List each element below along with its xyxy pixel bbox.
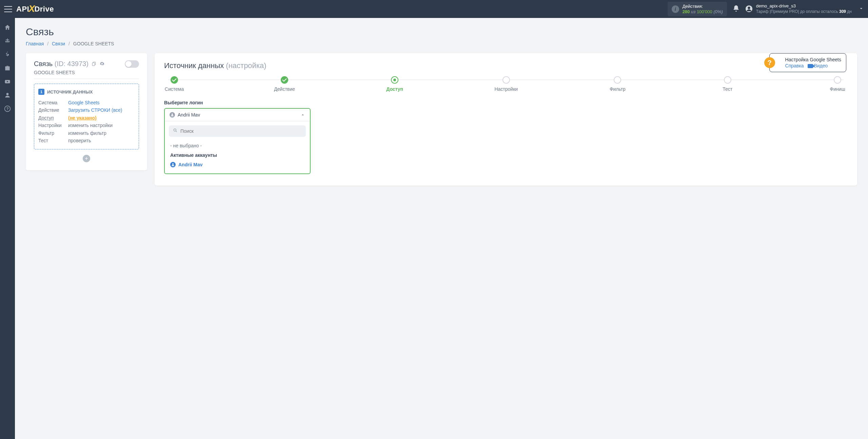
- step-Настройки[interactable]: Настройки: [494, 76, 518, 92]
- row-key: Доступ: [38, 114, 68, 122]
- data-source-header: ИСТОЧНИК ДАННЫХ: [47, 89, 93, 95]
- help-panel: ? Настройка Google Sheets Справка Видео: [769, 53, 846, 72]
- notifications-icon[interactable]: [732, 5, 740, 14]
- row-value[interactable]: проверить: [68, 137, 91, 144]
- user-menu[interactable]: demo_apix-drive_s3 Тариф |Премиум PRO| д…: [745, 3, 852, 14]
- actions-counter[interactable]: i Действия: 280 из 100'000 (0%): [668, 2, 727, 16]
- svg-point-1: [748, 7, 750, 9]
- step-label: Доступ: [386, 86, 403, 92]
- help-question-icon: ?: [764, 57, 775, 68]
- step-number-badge: 1: [38, 89, 44, 95]
- step-Тест[interactable]: Тест: [717, 76, 738, 92]
- svg-point-3: [6, 93, 9, 95]
- step-label: Тест: [723, 86, 732, 92]
- source-row: Тестпроверить: [38, 137, 135, 144]
- step-label: Фильтр: [610, 86, 626, 92]
- step-Система[interactable]: Система: [164, 76, 184, 92]
- config-title: Источник данных (настройка): [164, 61, 848, 70]
- help-reference-link[interactable]: Справка: [785, 63, 804, 68]
- source-row: СистемаGoogle Sheets: [38, 99, 135, 106]
- login-dropdown[interactable]: Andrii Mav - не выбрано - Активные аккау…: [164, 108, 311, 174]
- svg-line-10: [176, 131, 177, 132]
- step-Действие[interactable]: Действие: [274, 76, 295, 92]
- dropdown-option-account[interactable]: Andrii Mav: [169, 160, 306, 169]
- row-value[interactable]: (не указано): [68, 114, 97, 122]
- dropdown-selected-value: Andrii Mav: [178, 112, 200, 118]
- step-label: Настройки: [494, 86, 518, 92]
- login-field-label: Выберите логин: [164, 100, 848, 105]
- data-source-box: 1 ИСТОЧНИК ДАННЫХ СистемаGoogle SheetsДе…: [34, 84, 139, 149]
- step-dot: [391, 76, 398, 84]
- menu-toggle-icon[interactable]: [4, 6, 12, 12]
- actions-label: Действия:: [683, 4, 723, 9]
- step-Фильтр[interactable]: Фильтр: [607, 76, 628, 92]
- connection-subtitle: GOOGLE SHEETS: [34, 70, 139, 79]
- help-icon[interactable]: ?: [0, 102, 15, 116]
- svg-point-8: [172, 113, 173, 115]
- video-icon: [808, 64, 813, 68]
- copy-icon[interactable]: [92, 60, 98, 67]
- dropdown-group-label: Активные аккаунты: [169, 150, 306, 160]
- home-icon[interactable]: [0, 21, 15, 34]
- svg-point-11: [172, 163, 174, 165]
- step-dot: [614, 76, 621, 84]
- row-value[interactable]: Загрузить СТРОКИ (все): [68, 106, 122, 114]
- wizard-stepper: СистемаДействиеДоступНастройкиФильтрТест…: [164, 76, 848, 92]
- briefcase-icon[interactable]: [0, 61, 15, 75]
- dropdown-option-none[interactable]: - не выбрано -: [169, 141, 306, 150]
- help-video-link[interactable]: Видео: [808, 63, 828, 68]
- step-label: Система: [165, 86, 184, 92]
- logo-text-b: Drive: [34, 5, 54, 14]
- info-icon: i: [672, 5, 679, 13]
- logo-x-icon: X: [28, 3, 35, 14]
- step-Доступ[interactable]: Доступ: [384, 76, 405, 92]
- row-value[interactable]: изменить настройки: [68, 122, 113, 129]
- crumb-home[interactable]: Главная: [26, 41, 44, 46]
- dropdown-search[interactable]: [169, 125, 306, 137]
- tariff-line: Тариф |Премиум PRO| до оплаты осталось 3…: [756, 9, 852, 15]
- step-dot: [502, 76, 510, 84]
- svg-text:?: ?: [6, 107, 9, 111]
- search-icon: [173, 128, 178, 134]
- help-title: Настройка Google Sheets: [785, 57, 841, 62]
- step-dot: [281, 76, 288, 84]
- svg-rect-7: [93, 63, 95, 66]
- page-title: Связь: [26, 26, 857, 38]
- dropdown-body: - не выбрано - Активные аккаунты Andrii …: [165, 121, 310, 173]
- step-label: Действие: [274, 86, 295, 92]
- connection-toggle[interactable]: [125, 60, 139, 68]
- step-label: Финиш: [830, 86, 845, 92]
- chevron-down-icon[interactable]: [859, 6, 864, 13]
- connection-title: Связь (ID: 43973): [34, 60, 104, 68]
- crumb-current: GOOGLE SHEETS: [73, 41, 114, 46]
- username: demo_apix-drive_s3: [756, 3, 852, 9]
- row-key: Система: [38, 99, 68, 106]
- youtube-icon[interactable]: [0, 75, 15, 88]
- user-icon[interactable]: [0, 88, 15, 102]
- dollar-icon[interactable]: [0, 48, 15, 61]
- person-icon: [170, 112, 175, 118]
- source-row: ДействиеЗагрузить СТРОКИ (все): [38, 106, 135, 114]
- add-button[interactable]: +: [83, 155, 90, 162]
- row-value[interactable]: Google Sheets: [68, 99, 100, 106]
- person-icon: [170, 162, 176, 167]
- row-key: Настройки: [38, 122, 68, 129]
- chevron-up-icon: [300, 112, 305, 117]
- data-source-config-card: Источник данных (настройка) СистемаДейст…: [155, 53, 857, 186]
- row-value[interactable]: изменить фильтр: [68, 129, 106, 137]
- svg-point-9: [174, 129, 176, 131]
- logo[interactable]: API X Drive: [16, 4, 54, 15]
- dropdown-head[interactable]: Andrii Mav: [165, 109, 310, 121]
- gear-icon[interactable]: [100, 60, 104, 67]
- search-input[interactable]: [180, 128, 302, 134]
- breadcrumb: Главная / Связи / GOOGLE SHEETS: [26, 41, 857, 46]
- row-key: Тест: [38, 137, 68, 144]
- step-dot: [724, 76, 731, 84]
- logo-text-a: API: [16, 5, 29, 14]
- crumb-links[interactable]: Связи: [52, 41, 65, 46]
- left-sidebar: ?: [0, 18, 15, 194]
- step-dot: [834, 76, 841, 84]
- step-Финиш[interactable]: Финиш: [827, 76, 848, 92]
- sitemap-icon[interactable]: [0, 34, 15, 48]
- actions-value: 280 из 100'000 (0%): [683, 9, 723, 15]
